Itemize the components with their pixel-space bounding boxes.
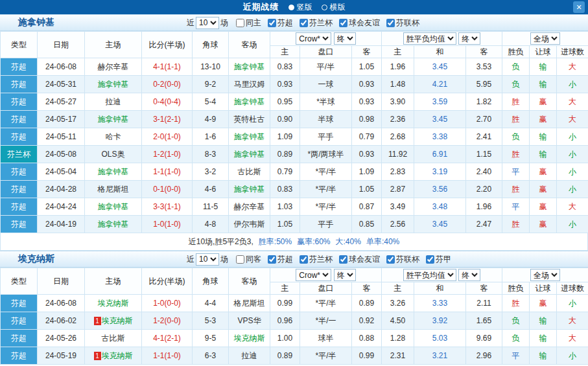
match-scope-select[interactable]: 全场 — [530, 269, 560, 281]
filter-checkbox[interactable] — [300, 255, 308, 264]
home-team-name[interactable]: 哈卡 — [106, 132, 121, 141]
filter-checkbox[interactable] — [426, 255, 434, 264]
home-team-name[interactable]: 埃克纳斯 — [102, 351, 133, 360]
bookmaker-select[interactable]: Crow* — [296, 32, 331, 45]
euro-home-odds: 2.87 — [382, 181, 414, 198]
home-team-name[interactable]: 赫尔辛基 — [98, 62, 129, 71]
away-team-name[interactable]: 施拿钟基 — [234, 150, 265, 159]
home-team-name[interactable]: 拉迪 — [106, 97, 121, 106]
away-team-name[interactable]: 施拿钟基 — [234, 185, 265, 194]
result-wdl: 胜 — [502, 181, 530, 198]
asian-away-odds: 0.92 — [352, 312, 382, 330]
league-filter[interactable]: 芬甲 — [426, 254, 451, 265]
away-team-name[interactable]: 埃克纳斯 — [234, 334, 265, 343]
away-team-name[interactable]: 伊尔韦斯 — [234, 220, 265, 229]
euro-home-odds: 4.50 — [382, 312, 414, 330]
filter-checkbox[interactable] — [236, 255, 244, 264]
filter-checkbox[interactable] — [268, 19, 276, 27]
filter-checkbox[interactable] — [268, 255, 276, 264]
view-option-vertical[interactable]: 竖版 — [288, 2, 312, 13]
euro-average-select[interactable]: 胜平负均值 — [403, 32, 456, 45]
asian-away-odds: 0.93 — [352, 93, 382, 111]
home-team-name[interactable]: OLS奥 — [101, 150, 124, 159]
away-team-name[interactable]: 英特杜古 — [234, 115, 265, 124]
away-team-name[interactable]: 施拿钟基 — [234, 132, 265, 141]
euro-time-select[interactable]: 终 — [458, 269, 480, 281]
home-team-name[interactable]: 施拿钟基 — [98, 220, 129, 229]
away-team-name[interactable]: 赫尔辛基 — [234, 202, 265, 211]
recent-count-select[interactable]: 10 — [196, 17, 219, 29]
home-team-cell: 埃克纳斯 — [85, 295, 142, 312]
result-group: 全场 — [502, 268, 588, 282]
filter-checkbox[interactable] — [339, 19, 347, 27]
euro-away-odds: 5.95 — [466, 76, 502, 93]
filter-checkbox[interactable] — [386, 19, 395, 27]
recent-count-select[interactable]: 10 — [196, 253, 219, 266]
view-option-horizontal[interactable]: 横版 — [322, 2, 346, 13]
home-team-name[interactable]: 施拿钟基 — [98, 80, 129, 89]
asian-time-select[interactable]: 终 — [334, 32, 356, 45]
league-filter[interactable]: 芬兰杯 — [300, 17, 333, 29]
result-handicap: 输 — [530, 58, 557, 76]
home-team-name[interactable]: 埃克纳斯 — [102, 316, 133, 325]
away-team-name[interactable]: 拉迪 — [242, 351, 257, 360]
corner-count: 4-8 — [193, 216, 229, 233]
away-team-name[interactable]: 格尼斯坦 — [234, 299, 265, 308]
score: 1-2(0-0) — [142, 312, 193, 330]
league-filter[interactable]: 芬超 — [268, 254, 293, 265]
score: 0-2(0-0) — [142, 76, 193, 93]
home-team-name[interactable]: 埃克纳斯 — [98, 299, 129, 308]
euro-home-odds: 2.31 — [382, 347, 414, 365]
league-filter[interactable]: 芬联杯 — [386, 17, 419, 29]
euro-time-select[interactable]: 终 — [458, 32, 480, 45]
filter-checkbox[interactable] — [300, 19, 308, 27]
league-filter[interactable]: 球会友谊 — [339, 17, 380, 29]
away-team-name[interactable]: 施拿钟基 — [234, 97, 265, 106]
result-handicap: 赢 — [530, 295, 557, 312]
euro-odds-group: 胜平负均值 终 — [382, 268, 502, 282]
away-team-name[interactable]: 古比斯 — [238, 167, 261, 176]
filter-checkbox[interactable] — [339, 255, 347, 264]
league-filter[interactable]: 同主 — [236, 17, 261, 29]
league-filter[interactable]: 芬联杯 — [386, 254, 419, 265]
filter-checkbox[interactable] — [386, 255, 395, 264]
match-date: 24-05-17 — [38, 111, 85, 128]
match-row: 芬超24-05-17施拿钟基3-1(2-1)4-9英特杜古0.90半球0.982… — [1, 111, 588, 128]
home-team-cell: 施拿钟基 — [85, 216, 142, 233]
league-filter[interactable]: 芬超 — [268, 17, 293, 29]
euro-average-select[interactable]: 胜平负均值 — [403, 269, 456, 281]
result-wdl: 负 — [502, 128, 530, 146]
result-goals: 小 — [557, 295, 588, 312]
euro-away-odds: 2.47 — [466, 216, 502, 233]
home-team-name[interactable]: 施拿钟基 — [98, 115, 129, 124]
asian-away-odds: 0.99 — [352, 347, 382, 365]
league-filter[interactable]: 芬兰杯 — [300, 254, 333, 265]
asian-time-select[interactable]: 终 — [334, 269, 356, 281]
filter-label: 芬兰杯 — [309, 17, 333, 29]
away-team-name[interactable]: VPS华 — [237, 316, 261, 325]
home-team-name[interactable]: 格尼斯坦 — [98, 185, 129, 194]
filter-label: 芬兰杯 — [309, 254, 333, 265]
league-badge: 芬超 — [1, 58, 38, 76]
home-team-name[interactable]: 施拿钟基 — [98, 167, 129, 176]
corner-count: 9-2 — [193, 76, 229, 93]
result-handicap: 赢 — [530, 93, 557, 111]
asian-home-odds: 0.96 — [270, 312, 300, 330]
league-badge: 芬超 — [1, 347, 38, 365]
home-team-name[interactable]: 古比斯 — [102, 334, 125, 343]
filter-checkbox[interactable] — [236, 19, 244, 27]
away-team-cell: 施拿钟基 — [229, 58, 270, 76]
away-team-cell: 英特杜古 — [229, 111, 270, 128]
asian-away-odds: 0.79 — [352, 128, 382, 146]
league-filter[interactable]: 同客 — [236, 254, 261, 265]
euro-home-odds: 1.96 — [382, 58, 414, 76]
away-team-name[interactable]: 马里汉姆 — [234, 80, 265, 89]
match-scope-select[interactable]: 全场 — [530, 32, 560, 45]
close-button[interactable]: ✕ — [573, 1, 585, 13]
league-badge: 芬超 — [1, 128, 38, 146]
league-filter[interactable]: 球会友谊 — [339, 254, 380, 265]
home-team-name[interactable]: 施拿钟基 — [98, 202, 129, 211]
away-team-name[interactable]: 施拿钟基 — [234, 62, 265, 71]
result-handicap: 赢 — [530, 163, 557, 181]
bookmaker-select[interactable]: Crow* — [296, 269, 331, 281]
